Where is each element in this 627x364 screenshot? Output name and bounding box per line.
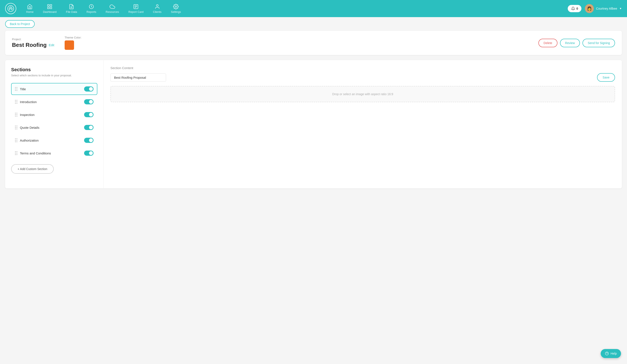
section-content-label: Section Content [110, 66, 615, 70]
bell-icon [571, 7, 575, 10]
svg-rect-3 [48, 7, 50, 9]
nav-label-clients: Clients [153, 10, 161, 13]
notification-count: 0 [576, 7, 578, 10]
nav-item-clients[interactable]: Clients [148, 0, 166, 17]
drag-handle-terms[interactable] [15, 151, 17, 155]
back-to-project-button[interactable]: Back to Project [5, 20, 35, 28]
project-edit-link[interactable]: Edit [49, 43, 54, 47]
navbar: Home Dashboard File Data Reports [0, 0, 627, 17]
nav-logo[interactable] [5, 3, 16, 14]
nav-right: 0 👩 Courtney Allbee ▼ [568, 4, 622, 13]
theme-color-label: Theme Color: [65, 36, 82, 39]
section-name-introduction: Introduction [20, 100, 82, 104]
toggle-title[interactable] [84, 87, 94, 91]
toggle-inspection[interactable] [84, 112, 94, 117]
section-item-introduction[interactable]: Introduction [11, 96, 97, 108]
project-label: Project: [12, 38, 54, 41]
nav-label-file-data: File Data [66, 10, 77, 13]
sections-panel: Sections Select which sections to includ… [5, 60, 104, 188]
dropzone-text: Drop or select an image with aspect rati… [332, 92, 393, 96]
nav-item-report-card[interactable]: Report Card [124, 0, 148, 17]
svg-rect-1 [48, 4, 50, 6]
image-dropzone[interactable]: Drop or select an image with aspect rati… [110, 86, 615, 102]
theme-section: Theme Color: [65, 36, 82, 50]
drag-handle-introduction[interactable] [15, 100, 17, 104]
section-item-title[interactable]: Title [11, 83, 97, 95]
section-item-inspection[interactable]: Inspection [11, 109, 97, 121]
toggle-terms[interactable] [84, 151, 94, 156]
help-button[interactable]: Help [601, 349, 621, 358]
save-button[interactable]: Save [597, 73, 615, 82]
drag-handle-authorization[interactable] [15, 138, 17, 142]
svg-rect-2 [50, 4, 52, 6]
svg-point-0 [8, 5, 14, 11]
delete-button[interactable]: Delete [538, 39, 557, 47]
toggle-quote-details[interactable] [84, 125, 94, 130]
add-custom-section-button[interactable]: + Add Custom Section [11, 164, 54, 174]
nav-label-report-card: Report Card [128, 10, 144, 13]
theme-color-swatch[interactable] [65, 41, 74, 50]
nav-item-settings[interactable]: Settings [166, 0, 186, 17]
toggle-introduction[interactable] [84, 99, 94, 104]
send-for-signing-button[interactable]: Send for Signing [582, 39, 615, 47]
section-name-quote-details: Quote Details [20, 126, 82, 129]
project-card: Project: Best Roofing Edit Theme Color: … [5, 31, 622, 55]
section-item-quote-details[interactable]: Quote Details [11, 122, 97, 134]
drag-handle-quote-details[interactable] [15, 126, 17, 129]
svg-point-13 [175, 6, 177, 7]
drag-handle-inspection[interactable] [15, 113, 17, 117]
sections-title: Sections [11, 67, 97, 73]
project-info: Project: Best Roofing Edit [12, 38, 54, 48]
notification-bell[interactable]: 0 [568, 5, 581, 12]
project-name-text: Best Roofing [12, 42, 47, 48]
section-item-authorization[interactable]: Authorization [11, 134, 97, 146]
project-name: Best Roofing Edit [12, 42, 54, 48]
nav-items: Home Dashboard File Data Reports [21, 0, 568, 17]
drag-handle-title[interactable] [15, 87, 17, 91]
title-input[interactable] [110, 73, 166, 82]
nav-item-reports[interactable]: Reports [82, 0, 101, 17]
toggle-authorization[interactable] [84, 138, 94, 143]
section-item-terms[interactable]: Terms and Conditions [11, 147, 97, 159]
section-name-terms: Terms and Conditions [20, 151, 82, 155]
nav-item-resources[interactable]: Resources [101, 0, 124, 17]
chevron-down-icon: ▼ [619, 7, 622, 10]
nav-item-home[interactable]: Home [21, 0, 38, 17]
svg-rect-4 [50, 7, 52, 9]
user-menu[interactable]: 👩 Courtney Allbee ▼ [585, 4, 622, 13]
nav-label-settings: Settings [171, 10, 181, 13]
section-name-inspection: Inspection [20, 113, 82, 117]
help-icon [605, 352, 609, 356]
review-button[interactable]: Review [560, 39, 580, 47]
section-name-title: Title [20, 87, 82, 91]
help-label: Help [611, 352, 617, 355]
nav-item-file-data[interactable]: File Data [61, 0, 82, 17]
nav-item-dashboard[interactable]: Dashboard [38, 0, 61, 17]
section-name-authorization: Authorization [20, 138, 82, 142]
user-name: Courtney Allbee [596, 7, 617, 10]
avatar: 👩 [585, 4, 594, 13]
nav-label-dashboard: Dashboard [43, 10, 57, 13]
nav-label-resources: Resources [106, 10, 119, 13]
back-bar: Back to Project [0, 17, 627, 31]
main-content: Sections Select which sections to includ… [5, 60, 622, 188]
sections-subtitle: Select which sections to include in your… [11, 74, 97, 77]
nav-label-home: Home [26, 10, 34, 13]
project-actions: Delete Review Send for Signing [538, 39, 615, 47]
content-header: Save [110, 73, 615, 82]
nav-label-reports: Reports [86, 10, 96, 13]
content-panel: Section Content Save Drop or select an i… [104, 60, 622, 188]
svg-point-12 [156, 4, 158, 6]
